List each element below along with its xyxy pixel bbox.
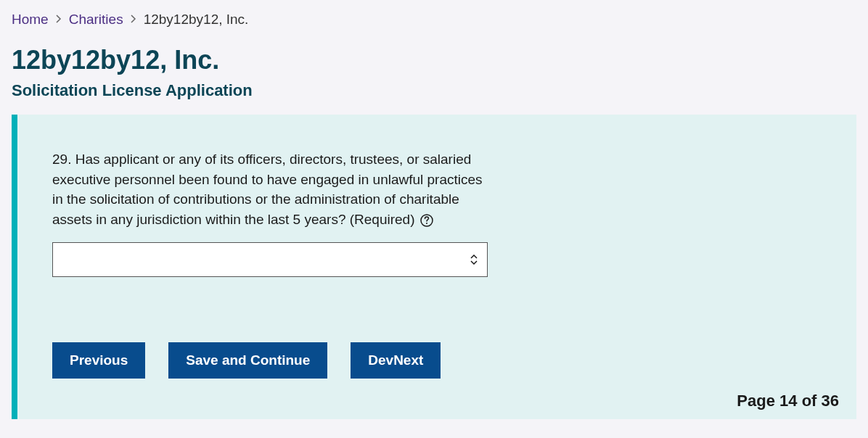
devnext-button[interactable]: DevNext bbox=[351, 342, 441, 379]
page-subtitle: Solicitation License Application bbox=[12, 81, 856, 100]
question-text: 29. Has applicant or any of its officers… bbox=[52, 152, 483, 227]
question-block: 29. Has applicant or any of its officers… bbox=[52, 149, 488, 277]
form-panel: 29. Has applicant or any of its officers… bbox=[12, 115, 856, 419]
page-title: 12by12by12, Inc. bbox=[12, 45, 856, 75]
button-row: Previous Save and Continue DevNext bbox=[52, 342, 822, 379]
save-continue-button[interactable]: Save and Continue bbox=[168, 342, 327, 379]
page-indicator: Page 14 of 36 bbox=[737, 392, 839, 410]
select-wrapper bbox=[52, 242, 488, 277]
previous-button[interactable]: Previous bbox=[52, 342, 145, 379]
breadcrumb-current: 12by12by12, Inc. bbox=[144, 12, 249, 28]
help-icon[interactable] bbox=[420, 214, 433, 227]
breadcrumb: Home Charities 12by12by12, Inc. bbox=[12, 12, 856, 28]
breadcrumb-home-link[interactable]: Home bbox=[12, 12, 49, 28]
question-label: 29. Has applicant or any of its officers… bbox=[52, 149, 488, 229]
chevron-right-icon bbox=[131, 14, 136, 25]
chevron-right-icon bbox=[56, 14, 62, 25]
question-select[interactable] bbox=[52, 242, 488, 277]
svg-point-1 bbox=[426, 223, 427, 224]
breadcrumb-charities-link[interactable]: Charities bbox=[69, 12, 123, 28]
